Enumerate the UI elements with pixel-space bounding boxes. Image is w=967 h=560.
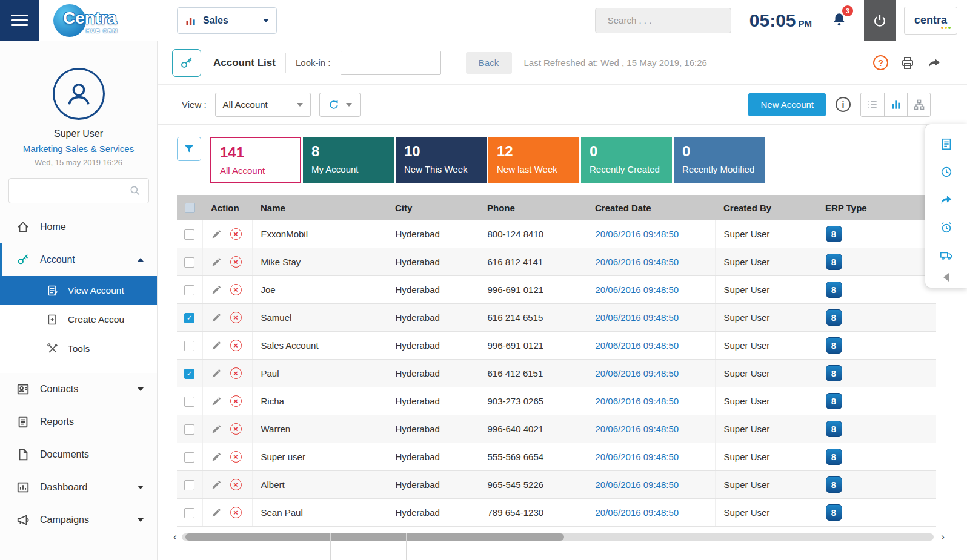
table-row[interactable]: × ExxonMobil Hyderabad 800-124 8410 20/0… [177,220,936,248]
lookin-input[interactable] [341,51,441,74]
delete-icon[interactable]: × [230,479,242,490]
select-all-checkbox[interactable] [185,203,195,213]
delete-icon[interactable]: × [230,312,242,323]
edit-icon[interactable] [211,229,222,239]
scrollbar-thumb[interactable] [185,533,564,541]
help-button[interactable]: ? [873,55,888,70]
reminder-button[interactable] [933,214,960,242]
stat-card-new-this-week[interactable]: 10 New This Week [396,137,487,183]
row-checkbox[interactable]: ✓ [184,369,194,379]
edit-icon[interactable] [211,452,222,462]
stat-card-recently-modified[interactable]: 0 Recently Modified [674,137,765,183]
row-checkbox[interactable] [184,257,194,268]
delete-icon[interactable]: × [230,228,242,240]
global-search-input[interactable] [608,15,728,25]
sidebar-item-contacts[interactable]: Contacts [0,373,157,406]
row-checkbox[interactable] [184,452,194,463]
edit-icon[interactable] [211,312,222,323]
delete-icon[interactable]: × [230,507,242,518]
edit-icon[interactable] [211,257,222,267]
table-row[interactable]: × Sean Paul Hyderabad 789 654-1230 20/06… [177,499,936,527]
edit-icon[interactable] [211,424,222,434]
history-button[interactable] [933,158,960,186]
scroll-left-arrow[interactable]: ‹ [173,531,177,543]
table-row[interactable]: × Warren Hyderabad 996-640 4021 20/06/20… [177,415,936,443]
erp-icon[interactable]: 8 [826,421,842,437]
hierarchy-view-button[interactable] [907,93,930,116]
column-view-button[interactable] [884,93,907,116]
delete-icon[interactable]: × [230,395,242,407]
row-checkbox[interactable] [184,508,194,518]
erp-icon[interactable]: 8 [826,504,842,521]
info-button[interactable]: i [836,97,851,112]
logout-power-button[interactable] [864,0,896,41]
erp-icon[interactable]: 8 [826,282,842,298]
delete-icon[interactable]: × [230,367,242,379]
table-row[interactable]: × Joe Hyderabad 996-691 0121 20/06/2016 … [177,276,936,304]
erp-icon[interactable]: 8 [826,254,842,270]
stat-card-my-account[interactable]: 8 My Account [303,137,394,183]
edit-icon[interactable] [211,507,222,518]
scrollbar-track[interactable] [182,533,934,541]
sidebar-item-account[interactable]: Account [0,243,157,276]
logistics-button[interactable] [933,242,960,269]
account-module-icon-button[interactable] [172,49,201,77]
print-button[interactable] [900,56,915,70]
refresh-button[interactable] [319,93,361,117]
delete-icon[interactable]: × [230,284,242,295]
edit-icon[interactable] [211,285,222,295]
sidebar-item-tools[interactable]: Tools [0,334,157,363]
edit-icon[interactable] [211,479,222,490]
erp-icon[interactable]: 8 [826,226,842,242]
edit-icon[interactable] [211,396,222,406]
table-row[interactable]: ✓ × Paul Hyderabad 616 412 6151 20/06/20… [177,360,936,387]
table-row[interactable]: ✓ × Samuel Hyderabad 616 214 6515 20/06/… [177,304,936,332]
table-row[interactable]: × Albert Hyderabad 965-545 5226 20/06/20… [177,471,936,499]
module-selector-dropdown[interactable]: Sales [177,7,277,34]
sidebar-item-campaigns[interactable]: Campaigns [0,504,157,536]
row-checkbox[interactable] [184,341,194,351]
hamburger-menu-button[interactable] [0,0,39,41]
back-button[interactable]: Back [466,52,512,74]
edit-icon[interactable] [211,368,222,378]
view-select[interactable]: All Account [215,93,311,117]
row-checkbox[interactable] [184,480,194,490]
table-row[interactable]: × Mike Stay Hyderabad 616 812 4141 20/06… [177,248,936,276]
row-checkbox[interactable] [184,424,194,435]
stat-card-recently-created[interactable]: 0 Recently Created [581,137,672,183]
sidebar-item-reports[interactable]: Reports [0,406,157,438]
erp-icon[interactable]: 8 [826,337,842,354]
table-row[interactable]: × Sales Account Hyderabad 996-691 0121 2… [177,332,936,360]
erp-icon[interactable]: 8 [826,393,842,409]
quick-list-button[interactable] [933,130,960,158]
filter-button[interactable] [177,137,201,161]
stat-card-new-last-week[interactable]: 12 New last Week [488,137,579,183]
erp-icon[interactable]: 8 [826,365,842,381]
sidebar-item-view-account[interactable]: View Account [0,276,157,305]
delete-icon[interactable]: × [230,256,242,268]
delete-icon[interactable]: × [230,340,242,351]
share-button[interactable] [927,56,942,70]
new-account-button[interactable]: New Account [748,93,826,116]
erp-icon[interactable]: 8 [826,309,842,326]
stat-card-all-account[interactable]: 141 All Account [210,137,301,183]
row-checkbox[interactable]: ✓ [184,313,194,323]
panel-collapse-handle[interactable] [943,273,949,282]
row-checkbox[interactable] [184,229,194,240]
erp-icon[interactable]: 8 [826,476,842,493]
table-row[interactable]: × Super user Hyderabad 555-569 6654 20/0… [177,443,936,471]
delete-icon[interactable]: × [230,451,242,463]
row-checkbox[interactable] [184,397,194,407]
scroll-right-arrow[interactable]: › [941,531,945,543]
quick-share-button[interactable] [933,186,960,214]
list-view-button[interactable] [861,93,884,116]
sidebar-item-create-account[interactable]: Create Accou [0,305,157,334]
sidebar-item-documents[interactable]: Documents [0,438,157,471]
sidebar-search-input[interactable] [16,186,129,196]
notifications-button[interactable]: 3 [831,12,847,30]
edit-icon[interactable] [211,340,222,351]
row-checkbox[interactable] [184,285,194,295]
delete-icon[interactable]: × [230,423,242,435]
sidebar-item-dashboard[interactable]: Dashboard [0,471,157,504]
sidebar-item-home[interactable]: Home [0,211,157,243]
